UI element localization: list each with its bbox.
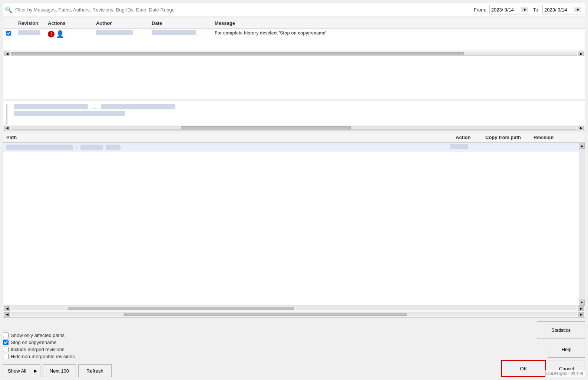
- hide-non-mergeable-checkbox[interactable]: [3, 354, 9, 359]
- refresh-button[interactable]: Refresh: [78, 364, 112, 377]
- vscroll-up[interactable]: ▲: [579, 143, 585, 149]
- revision-value-blurred: [18, 30, 40, 35]
- scroll-thumb: [11, 52, 464, 55]
- header-author: Author: [96, 20, 152, 26]
- detail-scroll-left[interactable]: ◀: [4, 126, 10, 130]
- row-message-text: For complete history deselect 'Stop on c…: [215, 30, 329, 36]
- header-date: Date: [152, 20, 215, 26]
- user-icon: 👤: [56, 30, 64, 38]
- path-table-row[interactable]: -: [3, 143, 579, 152]
- path-hscrollbar-2[interactable]: ◀ ▶: [3, 311, 585, 317]
- revision-table-section: Revision Actions Author Date Message ! 👤: [3, 18, 585, 99]
- right-buttons: Statistics Help OK Cancel: [501, 321, 585, 377]
- detail-blurred-2: [101, 104, 175, 109]
- row-date: [152, 30, 215, 36]
- show-only-affected-item[interactable]: Show only affected paths: [3, 333, 112, 338]
- scroll-track[interactable]: [11, 52, 577, 56]
- stop-on-copy-item[interactable]: Stop on copy/rename: [3, 340, 112, 345]
- path-scroll-left[interactable]: ◀: [4, 306, 10, 311]
- row-revision: [18, 30, 48, 36]
- help-label: Help: [562, 347, 572, 352]
- vscroll-down[interactable]: ▼: [579, 300, 585, 305]
- include-merged-checkbox[interactable]: [3, 347, 9, 352]
- show-all-dropdown-arrow[interactable]: ▶: [31, 364, 40, 377]
- action-buttons-row: Show All ▶ Next 100 Refresh: [3, 364, 112, 377]
- bottom-controls: Show only affected paths Stop on copy/re…: [3, 319, 585, 377]
- header-revision: Revision: [18, 20, 48, 26]
- next-100-label: Next 100: [50, 368, 69, 374]
- show-all-button[interactable]: Show All: [3, 364, 31, 377]
- detail-section: — ◀ ▶: [3, 101, 585, 130]
- path-scroll2-track[interactable]: [11, 313, 577, 316]
- row-checkbox[interactable]: [6, 31, 11, 36]
- path-table-header: Path Action Copy from path Revision: [3, 132, 585, 143]
- row-checkbox-col[interactable]: [3, 30, 18, 37]
- refresh-label: Refresh: [86, 368, 103, 374]
- path-scroll-thumb: [68, 307, 294, 310]
- error-icon: !: [48, 31, 54, 37]
- ok-button[interactable]: OK: [501, 360, 546, 377]
- statistics-button[interactable]: Statistics: [537, 321, 585, 338]
- path-table-body: - ▲ ▼: [3, 143, 585, 305]
- vscroll-track[interactable]: [579, 149, 585, 300]
- show-only-affected-label: Show only affected paths: [11, 333, 65, 338]
- header-copy-from-path: Copy from path: [485, 135, 534, 140]
- path-table-section: Path Action Copy from path Revision -: [3, 132, 585, 318]
- header-path-revision: Revision: [534, 135, 582, 140]
- detail-blurred-1: [14, 104, 88, 109]
- scroll-left-arrow[interactable]: ◀: [4, 52, 10, 56]
- filter-input[interactable]: [15, 7, 471, 13]
- stop-on-copy-label: Stop on copy/rename: [11, 340, 57, 345]
- hide-non-mergeable-item[interactable]: Hide non-mergeable revisions: [3, 354, 112, 359]
- header-action: Action: [456, 135, 485, 140]
- filter-bar: 🔍 From: 2023/ 9/14 ▼ To: 2023/ 9/14 ▼: [3, 3, 585, 16]
- header-actions: Actions: [48, 20, 96, 26]
- from-date-value: 2023/ 9/14: [491, 7, 521, 13]
- path-scroll-track[interactable]: [11, 307, 577, 310]
- row-author: [96, 30, 152, 36]
- to-date-picker-button[interactable]: ▼: [574, 7, 581, 12]
- path-dash: -: [76, 145, 77, 149]
- stop-on-copy-checkbox[interactable]: [3, 340, 9, 345]
- checkboxes-row: Show only affected paths Stop on copy/re…: [3, 333, 112, 359]
- show-all-button-group[interactable]: Show All ▶: [3, 364, 40, 377]
- path-blurred-3: [106, 145, 120, 150]
- left-bottom: Show only affected paths Stop on copy/re…: [3, 333, 112, 377]
- path-scroll-right[interactable]: ▶: [578, 306, 584, 311]
- detail-blurred-3: [14, 111, 125, 116]
- hide-non-mergeable-label: Hide non-mergeable revisions: [11, 354, 75, 359]
- include-merged-label: Include merged revisions: [11, 347, 65, 352]
- revision-table-header: Revision Actions Author Date Message: [3, 18, 585, 29]
- from-label: From:: [474, 7, 486, 13]
- to-date-value: 2023/ 9/14: [544, 7, 574, 13]
- to-date-field[interactable]: 2023/ 9/14 ▼: [542, 5, 583, 14]
- path-hscrollbar[interactable]: ◀ ▶: [3, 305, 585, 311]
- scroll-right-arrow[interactable]: ▶: [578, 52, 584, 56]
- bottom-row: Show only affected paths Stop on copy/re…: [3, 321, 585, 377]
- next-100-button[interactable]: Next 100: [43, 364, 76, 377]
- path-scroll2-left[interactable]: ◀: [4, 312, 10, 317]
- detail-scroll-right[interactable]: ▶: [578, 126, 584, 130]
- revision-table-scrollbar[interactable]: ◀ ▶: [3, 51, 585, 56]
- help-button[interactable]: Help: [548, 341, 585, 358]
- date-value-blurred: [152, 30, 196, 35]
- show-all-label: Show All: [8, 368, 26, 374]
- from-date-field[interactable]: 2023/ 9/14 ▼: [489, 5, 530, 14]
- from-date-picker-button[interactable]: ▼: [521, 7, 528, 12]
- detail-scroll-track[interactable]: [11, 126, 577, 130]
- detail-link[interactable]: —: [92, 104, 97, 109]
- table-row[interactable]: ! 👤 For complete history deselect 'Stop …: [3, 29, 585, 51]
- detail-scrollbar[interactable]: ◀ ▶: [3, 125, 585, 130]
- path-scroll2-thumb: [124, 313, 407, 316]
- path-action-value: [450, 144, 479, 150]
- path-blurred-2: [80, 145, 103, 150]
- ok-label: OK: [520, 366, 527, 371]
- include-merged-item[interactable]: Include merged revisions: [3, 347, 112, 352]
- header-message: Message: [215, 20, 585, 26]
- path-scroll2-right[interactable]: ▶: [578, 312, 584, 317]
- show-only-affected-checkbox[interactable]: [3, 333, 9, 338]
- author-value-blurred: [96, 30, 133, 35]
- header-path: Path: [6, 135, 456, 140]
- path-vscroll[interactable]: ▲ ▼: [579, 143, 585, 305]
- watermark: CSDN @就一枚小白: [545, 370, 585, 377]
